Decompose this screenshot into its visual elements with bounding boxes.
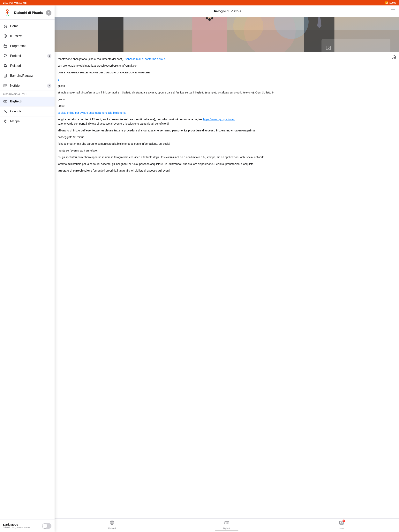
sidebar-item-preferiti[interactable]: Preferiti 0 — [0, 51, 55, 61]
article-para-9: fiche al programma che saranno comunicat… — [58, 142, 396, 146]
article-content[interactable]: renotazione obbligatoria (sino a esaurim… — [55, 52, 399, 532]
article-para-time: 20.00 — [58, 104, 396, 108]
dark-mode-title: Dark Mode — [3, 523, 30, 526]
location-icon — [3, 119, 7, 123]
notizie-badge: 7 — [47, 83, 51, 88]
article-para-8: passeggiate 90 minuti. — [58, 135, 396, 139]
sidebar-nav: Home Il Festival — [0, 20, 55, 519]
dark-mode-toggle[interactable] — [42, 523, 51, 529]
svg-point-0 — [6, 9, 8, 11]
svg-point-39 — [229, 522, 229, 523]
article-para-date: gosto — [58, 97, 396, 101]
svg-point-15 — [5, 110, 6, 112]
svg-rect-12 — [4, 85, 5, 86]
sidebar-item-home[interactable]: Home — [0, 21, 55, 31]
svg-point-24 — [208, 18, 211, 21]
news-icon — [3, 83, 7, 88]
tab-relatori-label: Relatori — [108, 527, 116, 529]
hero-image: ia — [55, 17, 399, 52]
svg-point-25 — [206, 17, 208, 19]
sidebar-preferiti-label: Preferiti — [10, 54, 45, 58]
sidebar-item-notizie[interactable]: Notizie 7 — [0, 81, 55, 91]
toggle-thumb — [42, 524, 47, 528]
app-logo — [3, 9, 12, 17]
svg-text:ia: ia — [326, 43, 331, 51]
sidebar-close-button[interactable]: × — [46, 10, 51, 16]
wifi-icon: 📶 — [385, 1, 388, 4]
article-para-10: mente se l'evento sarà annullato. — [58, 148, 396, 153]
article-para-7: all'orario di inizio dell'evento, per es… — [58, 128, 396, 133]
svg-rect-7 — [4, 45, 7, 48]
sidebar-item-contatti[interactable]: Contatti — [0, 107, 55, 116]
dark-mode-subtitle: Stile di navigazione scuro — [3, 526, 30, 529]
tab-news-label: News — [339, 527, 344, 529]
svg-line-3 — [7, 12, 9, 13]
hero-photo: ia — [55, 17, 399, 52]
article-link-dgc[interactable]: https://www.dgc.gov.it/web — [203, 118, 235, 121]
home-icon — [3, 24, 7, 28]
sidebar-home-label: Home — [10, 24, 51, 28]
article-link-1[interactable]: Senza la mail di conferma della o. — [125, 57, 166, 61]
globe-icon — [3, 64, 7, 68]
article-para-3: O IN STREAMING SULLE PAGINE DEI DIALOGHI… — [58, 70, 396, 75]
ticket-icon — [3, 99, 7, 104]
dark-mode-info: Dark Mode Stile di navigazione scuro — [3, 523, 30, 529]
svg-point-14 — [4, 101, 5, 102]
home-shortcut-icon[interactable] — [392, 55, 396, 60]
heart-icon — [3, 54, 7, 58]
tab-relatori[interactable]: Relatori — [55, 520, 169, 529]
document-icon — [3, 74, 7, 78]
info-section-label: INFORMAZIONI UTILI — [0, 91, 55, 97]
svg-point-38 — [224, 522, 225, 523]
hamburger-icon — [391, 9, 395, 13]
svg-rect-41 — [340, 521, 341, 523]
svg-rect-22 — [192, 17, 227, 52]
sidebar-item-bambini[interactable]: Bambini/Ragazzi — [0, 71, 55, 81]
content-title: Dialoghi di Pistoia — [64, 9, 390, 13]
tab-biglietti[interactable]: Biglietti — [169, 520, 284, 529]
article-para-6: er gli spettatori con più di 12 anni, sa… — [58, 117, 396, 126]
sidebar-contatti-label: Contatti — [10, 110, 51, 113]
sidebar-programma-label: Programma — [10, 44, 51, 48]
sidebar-notizie-label: Notizie — [10, 84, 45, 88]
sidebar-biglietti-label: Biglietti — [10, 100, 51, 103]
tab-relatori-icon — [109, 520, 115, 526]
article-para-11: co, gli spettatori potrebbero apparire i… — [58, 155, 396, 159]
menu-button[interactable] — [390, 8, 396, 14]
sidebar-footer: Dark Mode Stile di navigazione scuro — [0, 519, 55, 532]
app-container: Dialoghi di Pistoia × Home — [0, 6, 399, 532]
svg-line-2 — [6, 12, 7, 13]
svg-rect-32 — [322, 39, 390, 52]
article-link-2[interactable]: k — [58, 78, 59, 81]
sidebar-title: Dialoghi di Pistoia — [14, 11, 44, 15]
article-body: renotazione obbligatoria (sino a esaurim… — [58, 55, 396, 173]
content-header: Dialoghi di Pistoia — [55, 6, 399, 17]
svg-line-4 — [6, 14, 7, 16]
calendar-icon — [3, 44, 7, 48]
svg-point-16 — [5, 120, 6, 121]
svg-point-37 — [225, 522, 226, 523]
sidebar-item-programma[interactable]: Programma — [0, 41, 55, 51]
article-para-5: cquisto online per evitare assembramenti… — [58, 111, 396, 115]
sidebar-item-festival[interactable]: Il Festival — [0, 31, 55, 41]
sidebar-item-biglietti[interactable]: Biglietti — [0, 97, 55, 107]
svg-rect-20 — [98, 17, 123, 52]
clock-icon — [3, 34, 7, 38]
article-para-1: renotazione obbligatoria (sino a esaurim… — [58, 57, 396, 61]
svg-line-5 — [7, 14, 9, 16]
article-para-13: attestato di partecipazione fornendo i p… — [58, 168, 396, 173]
sidebar-relatori-label: Relatori — [10, 64, 51, 68]
status-time: 2:12 PM Ven 18 feb — [3, 1, 27, 4]
article-para-2: con prenotazione obbligatoria a orecchio… — [58, 63, 396, 68]
article-para-4: et invia una e-mail di conferma con il l… — [58, 90, 396, 95]
sidebar-item-mappa[interactable]: Mappa — [0, 116, 55, 126]
article-link-3[interactable]: cquisto online per evitare assembramenti… — [58, 111, 126, 114]
sidebar-item-relatori[interactable]: Relatori — [0, 61, 55, 71]
sidebar-header: Dialoghi di Pistoia × — [0, 6, 55, 20]
tab-biglietti-icon — [224, 520, 229, 526]
article-para-ticket: glietto — [58, 84, 396, 88]
person-icon — [3, 109, 7, 114]
tab-news-icon: 7 — [339, 520, 344, 526]
tab-news[interactable]: 7 News — [284, 520, 399, 529]
news-badge: 7 — [342, 519, 345, 522]
